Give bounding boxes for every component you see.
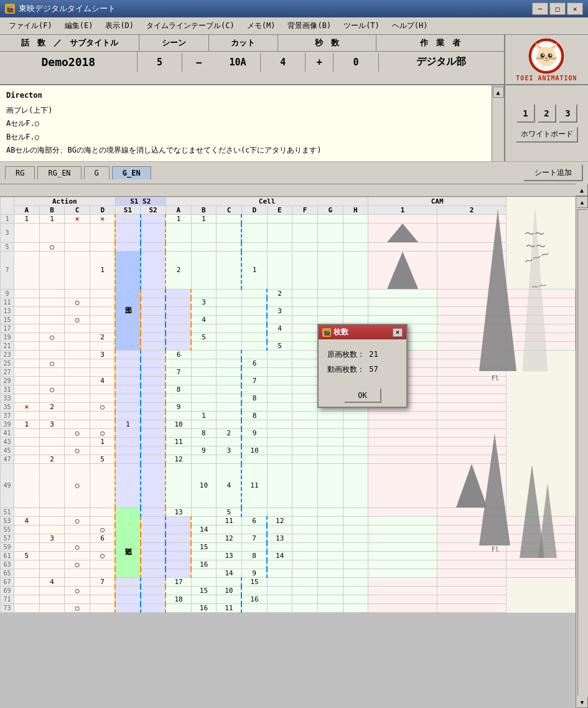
cell-cell[interactable] bbox=[317, 298, 343, 306]
cell-cell[interactable] bbox=[267, 446, 292, 455]
action-cell[interactable] bbox=[14, 525, 40, 534]
tab-g[interactable]: G bbox=[84, 166, 110, 179]
cell-cell[interactable] bbox=[267, 367, 292, 376]
s1-cell[interactable] bbox=[141, 333, 166, 341]
cell-cell[interactable]: 13 bbox=[267, 534, 292, 542]
cell-cell[interactable] bbox=[217, 437, 242, 446]
cell-cell[interactable] bbox=[292, 551, 318, 560]
cell-cell[interactable] bbox=[191, 289, 217, 298]
cell-cell[interactable] bbox=[217, 376, 242, 385]
cell-cell[interactable] bbox=[317, 463, 343, 507]
cell-cell[interactable] bbox=[343, 420, 368, 428]
cell-cell[interactable] bbox=[317, 586, 343, 595]
cell-cell[interactable]: 5 bbox=[267, 341, 292, 350]
action-cell[interactable] bbox=[90, 446, 115, 455]
s2-cell[interactable] bbox=[141, 437, 166, 446]
action-cell[interactable] bbox=[90, 324, 115, 333]
cell-cell[interactable]: 14 bbox=[267, 551, 292, 560]
cell-cell[interactable]: 10 bbox=[217, 586, 242, 595]
cell-cell[interactable] bbox=[191, 324, 217, 333]
action-cell[interactable]: 1 bbox=[39, 214, 65, 223]
cell-cell[interactable] bbox=[317, 251, 343, 289]
cell-cell[interactable] bbox=[191, 367, 217, 376]
cell-cell[interactable] bbox=[343, 507, 368, 516]
action-cell[interactable] bbox=[14, 446, 40, 455]
cell-cell[interactable]: 4 bbox=[267, 324, 292, 333]
s1-cell[interactable] bbox=[115, 428, 141, 437]
cell-cell[interactable] bbox=[292, 367, 318, 376]
cell-cell[interactable] bbox=[317, 455, 343, 463]
action-cell[interactable] bbox=[14, 437, 40, 446]
cell-cell[interactable] bbox=[241, 367, 267, 376]
s1-cell[interactable] bbox=[115, 437, 141, 446]
cell-cell[interactable]: 11 bbox=[241, 463, 267, 507]
cell-cell[interactable] bbox=[317, 560, 343, 569]
s1-cell[interactable] bbox=[115, 359, 141, 367]
s2-cell[interactable] bbox=[166, 306, 191, 315]
cell-cell[interactable] bbox=[191, 420, 217, 428]
s1-cell[interactable] bbox=[141, 551, 166, 560]
cell-cell[interactable]: 13 bbox=[166, 507, 191, 516]
s2-cell[interactable] bbox=[166, 569, 191, 577]
cell-cell[interactable] bbox=[241, 525, 267, 534]
action-cell[interactable] bbox=[90, 306, 115, 315]
s1-cell[interactable] bbox=[115, 385, 141, 394]
scroll-up-arrow[interactable]: ▲ bbox=[577, 197, 588, 208]
cell-cell[interactable] bbox=[292, 394, 318, 402]
action-cell[interactable] bbox=[65, 324, 90, 333]
cell-cell[interactable]: 12 bbox=[166, 455, 191, 463]
action-cell[interactable] bbox=[14, 411, 40, 420]
maximize-button[interactable]: □ bbox=[549, 2, 566, 15]
cell-cell[interactable] bbox=[343, 569, 368, 577]
cell-cell[interactable] bbox=[292, 586, 318, 595]
cell-cell[interactable] bbox=[368, 560, 437, 569]
cell-cell[interactable]: 1 bbox=[191, 411, 217, 420]
cell-cell[interactable] bbox=[217, 242, 242, 251]
cell-cell[interactable] bbox=[317, 446, 343, 455]
action-cell[interactable] bbox=[39, 306, 65, 315]
action-cell[interactable] bbox=[39, 289, 65, 298]
menu-help[interactable]: ヘルプ(H) bbox=[386, 18, 434, 34]
cell-cell[interactable] bbox=[267, 251, 292, 289]
cell-cell[interactable]: 16 bbox=[241, 595, 267, 603]
cell-cell[interactable] bbox=[317, 516, 343, 525]
s2-cell[interactable] bbox=[141, 411, 166, 420]
cell-cell[interactable]: 2 bbox=[267, 289, 292, 298]
cell-cell[interactable] bbox=[217, 595, 242, 603]
cell-cell[interactable] bbox=[166, 223, 191, 242]
number-btn-1[interactable]: 1 bbox=[516, 104, 535, 123]
s1-cell[interactable] bbox=[115, 402, 141, 411]
cell-cell[interactable] bbox=[267, 420, 292, 428]
cell-cell[interactable]: 16 bbox=[191, 560, 217, 569]
cell-cell[interactable] bbox=[343, 315, 368, 324]
cell-cell[interactable]: 8 bbox=[241, 551, 267, 560]
action-cell[interactable] bbox=[90, 569, 115, 577]
cell-cell[interactable] bbox=[241, 507, 267, 516]
action-cell[interactable]: 5 bbox=[90, 455, 115, 463]
cell-cell[interactable] bbox=[317, 214, 343, 223]
cell-cell[interactable] bbox=[343, 586, 368, 595]
action-cell[interactable] bbox=[90, 298, 115, 306]
s1-cell[interactable] bbox=[115, 214, 141, 223]
cell-cell[interactable] bbox=[217, 223, 242, 242]
s2-cell[interactable] bbox=[166, 542, 191, 551]
cell-cell[interactable] bbox=[241, 324, 267, 333]
cell-cell[interactable] bbox=[343, 542, 368, 551]
cell-cell[interactable] bbox=[292, 516, 318, 525]
action-cell[interactable]: 5 bbox=[14, 551, 40, 560]
cell-cell[interactable] bbox=[217, 560, 242, 569]
action-cell[interactable] bbox=[14, 251, 40, 289]
cell-cell[interactable] bbox=[292, 411, 318, 420]
action-cell[interactable] bbox=[65, 359, 90, 367]
menu-file[interactable]: ファイル(F) bbox=[2, 18, 58, 34]
cell-cell[interactable]: 3 bbox=[267, 306, 292, 315]
s1-cell[interactable] bbox=[115, 455, 141, 463]
cell-cell[interactable] bbox=[292, 577, 318, 586]
cell-cell[interactable] bbox=[241, 242, 267, 251]
cell-cell[interactable] bbox=[217, 306, 242, 315]
memo-scroll-up[interactable]: ▲ bbox=[493, 87, 504, 98]
s1-cell[interactable] bbox=[115, 394, 141, 402]
cell-cell[interactable] bbox=[217, 350, 242, 359]
action-cell[interactable] bbox=[39, 376, 65, 385]
action-cell[interactable] bbox=[39, 507, 65, 516]
